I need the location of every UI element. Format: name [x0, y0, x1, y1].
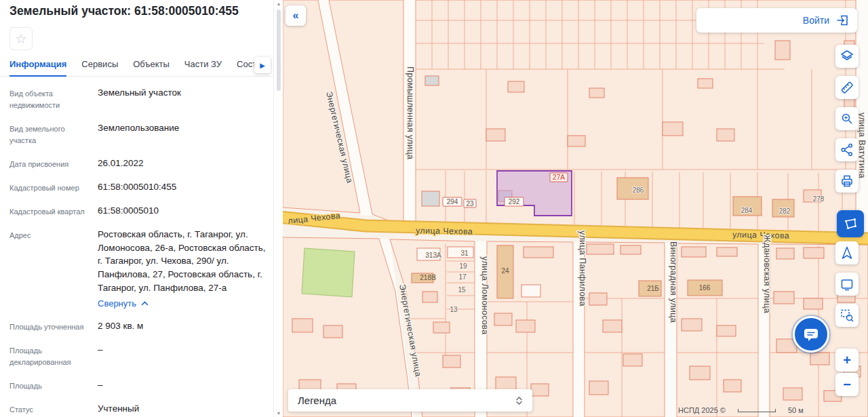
chat-bubble-icon — [802, 325, 820, 343]
field-value: – — [98, 343, 103, 368]
selected-parcel-number-label: 27А — [553, 174, 565, 181]
field-value: 61:58:0005010 — [98, 204, 159, 218]
favorite-button[interactable]: ☆ — [9, 27, 33, 50]
field-label: Площадь уточненная — [9, 319, 90, 333]
attribution-text: НСПД 2025 © — [678, 406, 726, 414]
print-button[interactable] — [835, 170, 859, 193]
field-row: Площадь уточненная 2 903 кв. м — [0, 319, 273, 333]
street-name-label: улица Ватутина — [857, 113, 867, 178]
layers-button[interactable] — [835, 45, 859, 68]
field-label: Площадь декларированная — [9, 343, 90, 368]
print-icon — [839, 173, 855, 189]
scrollbar-thumb[interactable] — [277, 9, 281, 91]
street-name-label: улица Ломоносова — [480, 256, 490, 335]
parcel-number-label: 286 — [633, 186, 644, 194]
field-value: Землепользование — [98, 121, 179, 146]
field-label: Кадастровый квартал — [9, 204, 90, 218]
collapse-address-label: Свернуть — [98, 298, 136, 309]
field-label: Адрес — [9, 228, 90, 309]
layers-icon — [839, 48, 855, 64]
tab-information[interactable]: Информация — [9, 59, 66, 77]
share-icon — [839, 142, 855, 158]
expand-collapse-icon — [515, 395, 523, 406]
street-name-label: улица Панфилова — [578, 231, 587, 306]
collapse-address-link[interactable]: Свернуть — [98, 298, 149, 309]
ruler-icon — [839, 79, 855, 96]
field-label: Статус — [9, 402, 90, 416]
extent-frame-button[interactable] — [835, 273, 859, 296]
parcel-number-label: 19 — [459, 262, 467, 270]
parcel-number-label: 31 — [460, 250, 469, 257]
street-name-label: улица Чехова — [732, 230, 789, 241]
scale-label: 50 м — [788, 406, 804, 414]
legend-toggle[interactable]: Легенда — [288, 389, 532, 412]
zoom-box-icon — [839, 307, 855, 323]
tab-bar: Информация Сервисы Объекты Части ЗУ Сост… — [0, 59, 273, 77]
map-canvas[interactable]: 294 23 292 27А 286 284 282 278 313А 31 1… — [283, 0, 868, 417]
field-value: Учтенный — [98, 402, 139, 416]
street-name-label: Промышленная улица — [406, 66, 415, 159]
field-row-address: Адрес Ростовская область, г. Таганрог, у… — [0, 228, 273, 309]
parcel-number-label: 292 — [509, 198, 520, 205]
field-value: 2 903 кв. м — [98, 319, 143, 333]
field-row: Кадастровый номер 61:58:0005010:455 — [0, 180, 273, 194]
login-button[interactable]: Войти — [696, 8, 857, 33]
ruler-button[interactable] — [835, 76, 859, 99]
tab-parcel-parts[interactable]: Части ЗУ — [184, 59, 222, 76]
field-row: Кадастровый квартал 61:58:0005010 — [0, 204, 273, 218]
parcel-number-label: 15 — [458, 286, 466, 294]
locate-me-button[interactable] — [835, 241, 859, 264]
field-row: Площадь – — [0, 378, 273, 392]
collapse-panel-button[interactable]: « — [285, 5, 306, 26]
map-region: 294 23 292 27А 286 284 282 278 313А 31 1… — [283, 0, 868, 417]
street-name-label: Виноградная улица — [669, 241, 678, 323]
chevron-right-icon: ▶ — [260, 62, 265, 69]
parcel-number-label: 13 — [450, 306, 458, 313]
zoom-out-button[interactable]: − — [835, 373, 859, 396]
double-chevron-left-icon: « — [293, 9, 299, 22]
field-row: Вид земельного участка Землепользование — [0, 121, 273, 146]
zoom-box-button[interactable] — [835, 304, 859, 327]
street-name-label: Ждановская улица — [762, 235, 772, 313]
coordinate-search-icon — [839, 111, 855, 127]
tab-services[interactable]: Сервисы — [81, 59, 118, 76]
scroll-down-icon[interactable]: ▼ — [274, 411, 283, 416]
field-value: Ростовская область, г. Таганрог, ул. Лом… — [98, 228, 269, 294]
chevron-up-icon — [141, 301, 149, 306]
field-value: Земельный участок — [98, 86, 181, 111]
coordinate-search-button[interactable] — [835, 107, 859, 130]
field-row: Вид объекта недвижимости Земельный участ… — [0, 86, 273, 111]
page-title: Земельный участок: 61:58:0005010:455 — [0, 0, 273, 18]
minus-icon: − — [843, 378, 851, 391]
parcel-number-label: 282 — [779, 207, 791, 215]
street-name-label: улица Чехова — [416, 226, 473, 237]
share-button[interactable] — [835, 138, 859, 161]
plus-icon: + — [843, 353, 851, 367]
parcel-number-label: 21Б — [647, 285, 659, 292]
field-label: Вид земельного участка — [9, 121, 90, 146]
parcel-number-label: 294 — [447, 198, 458, 205]
field-value: 26.01.2022 — [98, 157, 144, 170]
parcel-number-label: 17 — [458, 273, 467, 281]
measure-area-button-active[interactable] — [837, 210, 864, 237]
chat-button[interactable] — [793, 316, 829, 353]
tab-objects[interactable]: Объекты — [133, 59, 170, 76]
parcel-number-label: 218В — [420, 274, 436, 281]
scroll-up-icon[interactable]: ▲ — [274, 1, 283, 6]
zoom-in-button[interactable]: + — [835, 349, 859, 372]
star-icon: ☆ — [15, 33, 26, 45]
frame-icon — [839, 276, 855, 292]
scale-ruler — [738, 409, 776, 412]
parcel-number-label: 24 — [501, 267, 509, 275]
panel-scrollbar[interactable]: ▲ ▼ — [273, 0, 283, 417]
tabs-scroll-right-button[interactable]: ▶ — [254, 57, 271, 73]
field-row: Статус Учтенный — [0, 402, 273, 416]
field-label: Площадь — [9, 378, 90, 392]
parcel-number-label: 284 — [741, 207, 753, 214]
parcel-number-label: 166 — [699, 284, 711, 292]
field-label: Дата присвоения — [9, 157, 90, 170]
login-icon — [835, 14, 849, 26]
parcel-number-label: 23 — [466, 200, 474, 207]
field-list: Вид объекта недвижимости Земельный участ… — [0, 77, 273, 416]
object-info-panel: Земельный участок: 61:58:0005010:455 ☆ И… — [0, 0, 273, 417]
